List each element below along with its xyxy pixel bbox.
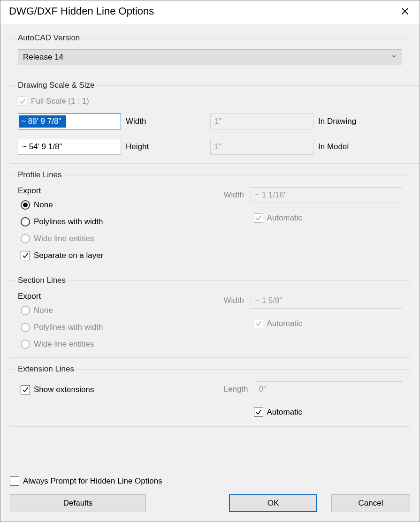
legend-extension: Extension Lines xyxy=(16,364,76,374)
section-auto-label: Automatic xyxy=(267,319,303,328)
defaults-button[interactable]: Defaults xyxy=(10,494,146,512)
width-input[interactable]: ~ 89' 9 7/8" xyxy=(18,113,121,129)
radio-icon xyxy=(21,217,30,227)
group-profile-lines: Profile Lines Export None Polylines with… xyxy=(10,170,410,269)
always-prompt-checkbox[interactable]: Always Prompt for Hidden Line Options xyxy=(10,477,162,486)
in-drawing-label: In Drawing xyxy=(318,117,412,126)
ok-button[interactable]: OK xyxy=(229,494,317,512)
dialog-content: AutoCAD Version Release 14 Drawing Scale… xyxy=(0,24,420,472)
checkbox-icon xyxy=(254,213,263,223)
height-value: ~ 54' 9 1/8" xyxy=(22,142,62,151)
radio-icon xyxy=(21,323,30,332)
legend-profile: Profile Lines xyxy=(16,170,64,180)
cancel-button[interactable]: Cancel xyxy=(331,494,410,512)
profile-none-label: None xyxy=(34,200,53,210)
profile-wide-label: Wide line entities xyxy=(34,234,94,243)
section-none-label: None xyxy=(34,306,53,315)
fullscale-label: Full Scale (1 : 1) xyxy=(31,97,89,106)
section-export-polylines-radio: Polylines with width xyxy=(21,323,214,332)
close-icon xyxy=(400,7,410,16)
close-button[interactable] xyxy=(399,5,411,17)
section-width-input: ~ 1 5/8" xyxy=(251,293,402,309)
in-drawing-value: 1" xyxy=(214,117,222,126)
height-input[interactable]: ~ 54' 9 1/8" xyxy=(18,139,121,155)
radio-icon xyxy=(21,200,30,210)
section-width-value: ~ 1 5/8" xyxy=(255,296,283,305)
checkbox-icon xyxy=(254,408,263,417)
section-export-none-radio: None xyxy=(21,306,214,315)
group-section-lines: Section Lines Export None Polylines with… xyxy=(10,276,410,358)
titlebar: DWG/DXF Hidden Line Options xyxy=(0,0,420,24)
checkbox-icon xyxy=(254,319,263,328)
profile-width-label: Width xyxy=(224,190,244,200)
section-automatic-checkbox: Automatic xyxy=(254,319,303,328)
radio-icon xyxy=(21,234,30,243)
dialog-title: DWG/DXF Hidden Line Options xyxy=(9,5,154,17)
profile-export-polylines-radio[interactable]: Polylines with width xyxy=(21,217,214,227)
height-label: Height xyxy=(126,142,206,151)
legend-scale: Drawing Scale & Size xyxy=(16,81,96,90)
checkbox-icon xyxy=(10,477,19,486)
checkbox-icon xyxy=(21,251,30,260)
group-autocad-version: AutoCAD Version Release 14 xyxy=(10,33,410,74)
profile-separate-checkbox[interactable]: Separate on a layer xyxy=(21,251,214,260)
show-extensions-label: Show extensions xyxy=(34,385,94,394)
section-export-label: Export xyxy=(18,292,214,301)
in-model-input: 1" xyxy=(210,139,313,155)
legend-autocad: AutoCAD Version xyxy=(16,33,82,43)
radio-icon xyxy=(21,340,30,349)
section-width-label: Width xyxy=(224,296,244,305)
width-label: Width xyxy=(126,117,206,126)
profile-width-value: ~ 1 1/16" xyxy=(255,190,287,200)
radio-icon xyxy=(21,306,30,315)
section-poly-label: Polylines with width xyxy=(34,323,103,332)
extension-auto-label: Automatic xyxy=(267,408,303,417)
always-prompt-label: Always Prompt for Hidden Line Options xyxy=(23,477,162,486)
profile-export-wide-radio: Wide line entities xyxy=(21,234,214,243)
group-extension-lines: Extension Lines Show extensions Length 0… xyxy=(10,364,410,427)
profile-separate-label: Separate on a layer xyxy=(34,251,103,260)
profile-automatic-checkbox: Automatic xyxy=(254,213,303,223)
profile-poly-label: Polylines with width xyxy=(34,217,103,227)
group-drawing-scale: Drawing Scale & Size Full Scale (1 : 1) … xyxy=(10,81,420,164)
extension-length-label: Length xyxy=(224,385,248,394)
show-extensions-checkbox[interactable]: Show extensions xyxy=(21,385,94,394)
chevron-down-icon xyxy=(390,53,397,62)
profile-auto-label: Automatic xyxy=(267,213,303,223)
autocad-version-select[interactable]: Release 14 xyxy=(18,49,402,65)
extension-automatic-checkbox[interactable]: Automatic xyxy=(254,408,303,417)
dialog-window: DWG/DXF Hidden Line Options AutoCAD Vers… xyxy=(0,0,420,522)
in-model-value: 1" xyxy=(214,142,222,151)
autocad-version-value: Release 14 xyxy=(23,53,63,62)
in-drawing-input: 1" xyxy=(210,113,313,129)
legend-section: Section Lines xyxy=(16,276,68,285)
section-wide-label: Wide line entities xyxy=(34,340,94,349)
section-export-wide-radio: Wide line entities xyxy=(21,340,214,349)
profile-export-label: Export xyxy=(18,186,214,196)
checkbox-icon xyxy=(18,97,27,106)
profile-width-input: ~ 1 1/16" xyxy=(251,187,402,203)
in-model-label: In Model xyxy=(318,142,412,151)
profile-export-none-radio[interactable]: None xyxy=(21,200,214,210)
extension-length-value: 0" xyxy=(259,385,267,394)
dialog-footer: Always Prompt for Hidden Line Options De… xyxy=(0,472,420,522)
checkbox-icon xyxy=(21,385,30,394)
fullscale-checkbox: Full Scale (1 : 1) xyxy=(18,97,89,106)
extension-length-input: 0" xyxy=(255,381,402,397)
width-value: ~ 89' 9 7/8" xyxy=(19,115,66,128)
